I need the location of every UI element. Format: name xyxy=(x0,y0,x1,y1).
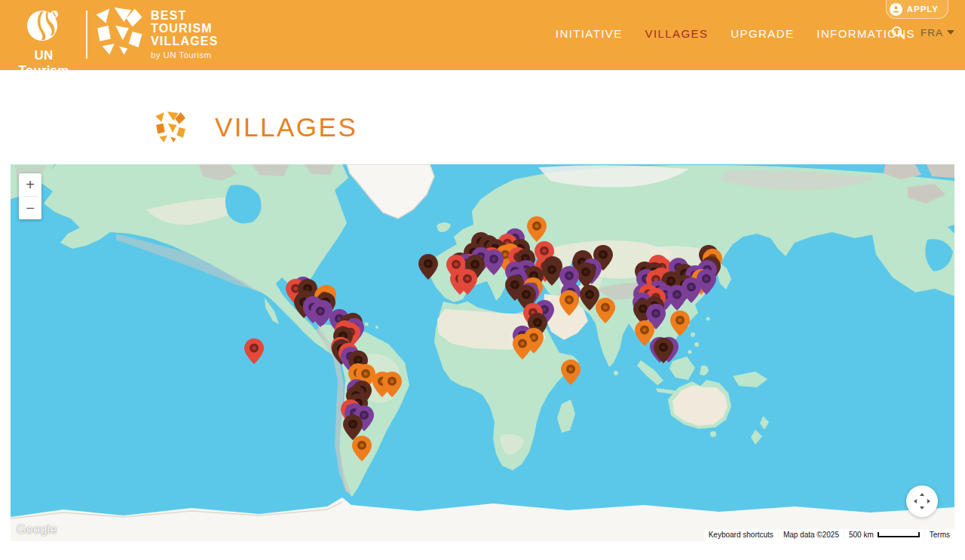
brand-divider xyxy=(86,11,87,59)
language-selector[interactable]: FRA xyxy=(921,27,954,38)
language-label: FRA xyxy=(921,27,943,38)
scale-control[interactable]: 500 km xyxy=(844,529,924,541)
chevron-down-icon xyxy=(947,30,954,35)
world-map[interactable]: + − Google Keyboard shortcuts Map data ©… xyxy=(11,164,954,541)
scale-label: 500 km xyxy=(849,531,874,540)
village-marker-orange[interactable] xyxy=(382,372,402,397)
village-marker-purple[interactable] xyxy=(311,301,330,327)
person-icon xyxy=(890,3,902,16)
main-nav: INITIATIVEVILLAGESUPGRADEINFORMATIONS xyxy=(556,27,915,40)
btv-line-2: TOURISM xyxy=(151,22,219,35)
village-marker-red[interactable] xyxy=(244,338,264,364)
nav-item-villages[interactable]: VILLAGES xyxy=(645,27,709,40)
pan-arrows-icon xyxy=(912,491,932,511)
village-marker-purple[interactable] xyxy=(667,285,687,311)
best-tourism-villages-logo: BEST TOURISM VILLAGES by UN Tourism xyxy=(95,8,219,62)
btv-subtitle: by UN Tourism xyxy=(151,49,219,62)
terms-link[interactable]: Terms xyxy=(925,529,954,541)
village-marker-orange[interactable] xyxy=(513,334,532,360)
village-marker-purple[interactable] xyxy=(484,249,504,275)
zoom-control: + − xyxy=(19,173,41,219)
un-tourism-logo: UN Tourism xyxy=(8,6,80,78)
brand-block[interactable]: UN Tourism BEST TOURISM VILLAGES by UN T… xyxy=(8,6,219,78)
village-marker-orange[interactable] xyxy=(559,290,579,316)
scale-bar xyxy=(878,532,920,537)
village-marker-orange[interactable] xyxy=(596,298,615,323)
keyboard-shortcuts-link[interactable]: Keyboard shortcuts xyxy=(704,529,778,541)
village-marker-brown[interactable] xyxy=(654,338,673,363)
village-marker-orange[interactable] xyxy=(561,360,581,385)
nav-item-initiative[interactable]: INITIATIVE xyxy=(556,27,623,40)
btv-line-1: BEST xyxy=(151,9,219,22)
apply-button[interactable]: APPLY xyxy=(886,0,948,19)
search-icon[interactable] xyxy=(890,25,905,40)
header: UN Tourism BEST TOURISM VILLAGES by UN T… xyxy=(0,0,965,70)
section-title-row: VILLAGES xyxy=(155,112,965,143)
zoom-in-button[interactable]: + xyxy=(19,173,41,196)
map-data-label: Map data ©2025 xyxy=(779,529,844,541)
btv-line-3: VILLAGES xyxy=(151,35,219,47)
nav-item-upgrade[interactable]: UPGRADE xyxy=(731,27,794,40)
village-marker-brown[interactable] xyxy=(418,254,438,280)
apply-label: APPLY xyxy=(907,5,939,14)
pan-control[interactable] xyxy=(906,485,938,517)
village-marker-orange[interactable] xyxy=(527,216,547,242)
map-tiles xyxy=(11,164,954,541)
villages-mosaic-icon xyxy=(155,112,186,143)
village-marker-orange[interactable] xyxy=(352,436,372,461)
google-logo[interactable]: Google xyxy=(17,523,57,537)
village-marker-red[interactable] xyxy=(458,269,477,295)
un-tourism-wordmark: UN Tourism xyxy=(8,48,80,78)
mosaic-icon xyxy=(95,8,143,56)
village-marker-orange[interactable] xyxy=(670,311,690,336)
un-tourism-globe-icon xyxy=(26,8,62,44)
map-attribution: Keyboard shortcuts Map data ©2025 500 km… xyxy=(704,529,954,541)
page-title: VILLAGES xyxy=(215,112,357,142)
zoom-out-button[interactable]: − xyxy=(19,197,41,219)
